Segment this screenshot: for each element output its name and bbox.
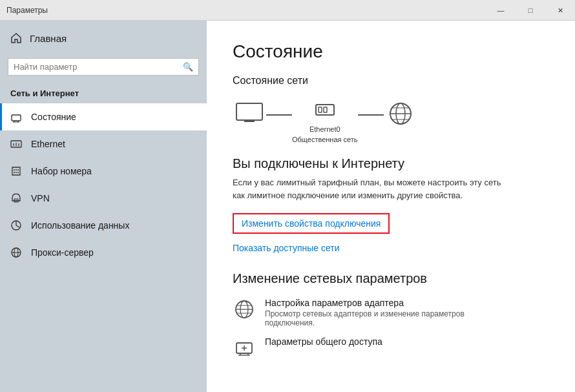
ethernet-icon xyxy=(10,138,22,150)
svg-rect-0 xyxy=(12,115,21,121)
content-area: Главная 🔍 Сеть и Интернет Состояние xyxy=(0,21,575,392)
pc-icon xyxy=(233,101,266,127)
adapter-settings-title[interactable]: Настройка параметров адаптера xyxy=(265,298,510,308)
svg-point-3 xyxy=(16,169,17,170)
close-button[interactable]: ✕ xyxy=(545,0,575,21)
network-type-label: Общественная сеть xyxy=(292,136,358,143)
sidebar-item-ethernet[interactable]: Ethernet xyxy=(0,130,207,158)
svg-rect-16 xyxy=(324,107,327,112)
sharing-settings-text: Параметры общего доступа xyxy=(265,336,382,347)
connected-title: Вы подключены к Интернету xyxy=(233,156,549,171)
sidebar-label-vpn: VPN xyxy=(31,193,50,203)
sidebar-item-dialup[interactable]: Набор номера xyxy=(0,158,207,185)
data-usage-icon xyxy=(10,220,22,231)
sidebar-label-data-usage: Использование данных xyxy=(31,220,129,231)
home-icon xyxy=(10,32,22,44)
home-label: Главная xyxy=(30,33,67,44)
sidebar-item-status[interactable]: Состояние xyxy=(0,103,207,130)
svg-point-2 xyxy=(14,169,15,170)
vpn-icon xyxy=(10,192,22,204)
maximize-button[interactable]: □ xyxy=(516,0,545,21)
search-icon: 🔍 xyxy=(183,62,193,72)
dialup-icon xyxy=(10,165,22,177)
router-icon-group: Ethernet0 Общественная сеть xyxy=(292,97,358,143)
sidebar-item-data-usage[interactable]: Использование данных xyxy=(0,212,207,239)
proxy-icon xyxy=(10,247,22,258)
adapter-settings-item: Настройка параметров адаптера Просмотр с… xyxy=(233,298,549,327)
search-input[interactable] xyxy=(14,62,179,72)
line-router-to-internet xyxy=(358,114,384,116)
svg-point-4 xyxy=(17,169,19,170)
sidebar-label-dialup: Набор номера xyxy=(31,166,92,176)
internet-icon-group xyxy=(384,101,417,139)
svg-point-9 xyxy=(16,200,17,201)
main-content: Состояние Состояние сети xyxy=(207,21,575,392)
network-name-label: Ethernet0 xyxy=(309,125,340,133)
sidebar-item-vpn[interactable]: VPN xyxy=(0,185,207,212)
sidebar-section-title: Сеть и Интернет xyxy=(0,83,207,103)
sidebar-label-ethernet: Ethernet xyxy=(31,139,65,149)
sharing-icon xyxy=(233,336,256,360)
svg-point-5 xyxy=(14,172,15,173)
adapter-settings-desc: Просмотр сетевых адаптеров и изменение п… xyxy=(265,309,510,327)
network-diagram: Ethernet0 Общественная сеть xyxy=(233,97,549,143)
adapter-settings-text: Настройка параметров адаптера Просмотр с… xyxy=(265,298,510,327)
status-icon xyxy=(10,111,22,123)
sidebar-label-status: Состояние xyxy=(31,112,76,122)
change-connection-button[interactable]: Изменить свойства подключения xyxy=(233,213,390,234)
sidebar-search-box[interactable]: 🔍 xyxy=(8,58,199,76)
line-pc-to-router xyxy=(266,114,292,116)
sidebar-item-proxy[interactable]: Прокси-сервер xyxy=(0,239,207,266)
connected-description: Если у вас лимитный тарифный план, вы мо… xyxy=(233,176,504,201)
sharing-settings-item: Параметры общего доступа xyxy=(233,336,549,360)
show-networks-link[interactable]: Показать доступные сети xyxy=(233,243,549,253)
minimize-button[interactable]: — xyxy=(486,0,516,21)
sidebar: Главная 🔍 Сеть и Интернет Состояние xyxy=(0,21,207,392)
pc-icon-group xyxy=(233,101,266,139)
change-section-title: Изменение сетевых параметров xyxy=(233,271,549,286)
globe-icon xyxy=(384,101,417,127)
network-status-title: Состояние сети xyxy=(233,75,549,87)
page-title: Состояние xyxy=(233,41,549,62)
adapter-icon xyxy=(233,298,256,321)
sharing-settings-title[interactable]: Параметры общего доступа xyxy=(265,336,382,347)
titlebar: Параметры — □ ✕ xyxy=(0,0,575,21)
svg-point-7 xyxy=(17,172,19,173)
router-icon xyxy=(308,97,342,123)
svg-rect-15 xyxy=(319,107,322,112)
sidebar-home-button[interactable]: Главная xyxy=(0,21,207,56)
window: Параметры — □ ✕ Главная 🔍 xyxy=(0,0,575,392)
svg-rect-13 xyxy=(236,103,262,120)
sidebar-label-proxy: Прокси-сервер xyxy=(31,247,94,258)
window-title: Параметры xyxy=(6,6,48,15)
titlebar-controls: — □ ✕ xyxy=(486,0,575,20)
svg-point-6 xyxy=(16,172,17,173)
